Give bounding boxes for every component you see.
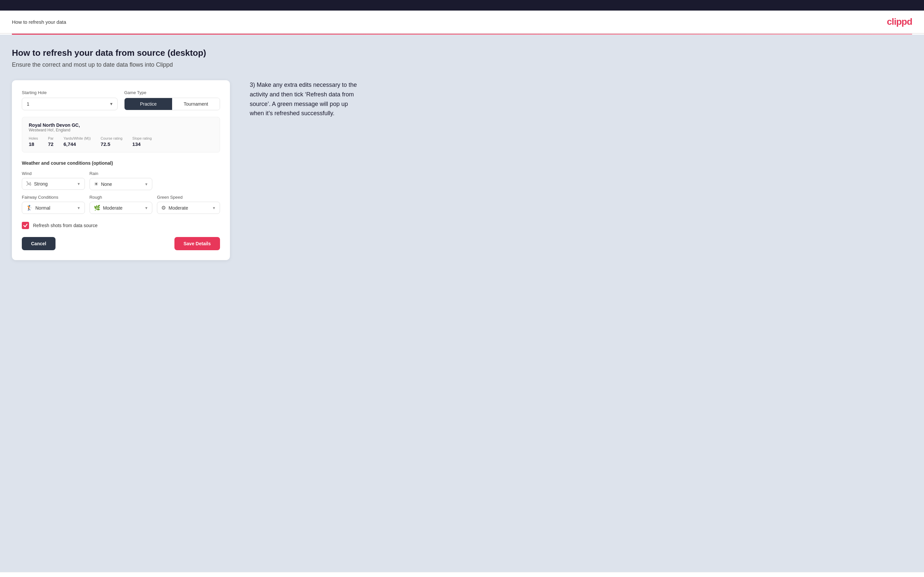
checkmark-icon	[23, 223, 28, 228]
weather-section-title: Weather and course conditions (optional)	[22, 160, 220, 166]
starting-hole-group: Starting Hole 1 ▼	[22, 90, 118, 110]
logo: clippd	[887, 16, 912, 27]
rain-group: Rain ☀ None ▼	[89, 171, 153, 190]
rain-select[interactable]: ☀ None ▼	[89, 178, 153, 190]
rain-arrow-icon: ▼	[144, 182, 148, 186]
footer: Copyright Clippd 2022	[0, 572, 924, 577]
fairway-icon: 🏌	[26, 205, 33, 211]
fairway-value: Normal	[36, 205, 74, 211]
fairway-label: Fairway Conditions	[22, 195, 85, 200]
refresh-checkbox[interactable]	[22, 222, 29, 229]
par-stat: Par 72	[48, 136, 53, 147]
button-row: Cancel Save Details	[22, 237, 220, 250]
fairway-arrow-icon: ▼	[77, 206, 81, 210]
rain-value: None	[101, 182, 142, 187]
slope-rating-value: 134	[132, 141, 152, 147]
yards-value: 6,744	[63, 141, 90, 147]
rain-label: Rain	[89, 171, 153, 176]
par-value: 72	[48, 141, 53, 147]
course-rating-label: Course rating	[101, 136, 123, 140]
course-name: Royal North Devon GC,	[29, 122, 213, 128]
green-speed-select[interactable]: ⚙ Moderate ▼	[157, 202, 220, 214]
starting-hole-label: Starting Hole	[22, 90, 118, 95]
wind-rain-row: Wind 🌬 Strong ▼ Rain ☀ None ▼	[22, 171, 220, 190]
form-row-top: Starting Hole 1 ▼ Game Type Practice Tou…	[22, 90, 220, 110]
save-button[interactable]: Save Details	[174, 237, 220, 250]
holes-stat: Holes 18	[29, 136, 38, 147]
starting-hole-select[interactable]: 1	[22, 98, 117, 110]
yards-stat: Yards/White (M)) 6,744	[63, 136, 90, 147]
refresh-checkbox-label: Refresh shots from data source	[33, 223, 97, 228]
green-speed-arrow-icon: ▼	[212, 206, 216, 210]
practice-button[interactable]: Practice	[124, 98, 172, 110]
header-title: How to refresh your data	[12, 19, 66, 25]
content-row: Starting Hole 1 ▼ Game Type Practice Tou…	[12, 80, 912, 260]
starting-hole-select-wrapper[interactable]: 1 ▼	[22, 98, 118, 110]
rough-select[interactable]: 🌿 Moderate ▼	[89, 202, 153, 214]
par-label: Par	[48, 136, 53, 140]
rough-group: Rough 🌿 Moderate ▼	[89, 195, 153, 214]
page-heading: How to refresh your data from source (de…	[12, 48, 912, 58]
course-rating-value: 72.5	[101, 141, 123, 147]
main-content: How to refresh your data from source (de…	[0, 35, 924, 572]
game-type-group: Game Type Practice Tournament	[124, 90, 220, 110]
header: How to refresh your data clippd	[0, 11, 924, 34]
page-subheading: Ensure the correct and most up to date d…	[12, 61, 912, 68]
fairway-rough-green-row: Fairway Conditions 🏌 Normal ▼ Rough 🌿 Mo…	[22, 195, 220, 214]
course-stats: Holes 18 Par 72 Yards/White (M)) 6,744 C…	[29, 136, 213, 147]
wind-select[interactable]: 🌬 Strong ▼	[22, 178, 85, 190]
wind-arrow-icon: ▼	[77, 182, 81, 186]
wind-label: Wind	[22, 171, 85, 176]
course-info-box: Royal North Devon GC, Westward Ho!, Engl…	[22, 117, 220, 153]
green-speed-group: Green Speed ⚙ Moderate ▼	[157, 195, 220, 214]
refresh-checkbox-row: Refresh shots from data source	[22, 222, 220, 229]
slope-rating-label: Slope rating	[132, 136, 152, 140]
game-type-label: Game Type	[124, 90, 220, 95]
game-type-toggle: Practice Tournament	[124, 98, 220, 110]
yards-label: Yards/White (M))	[63, 136, 90, 140]
holes-value: 18	[29, 141, 38, 147]
rain-icon: ☀	[94, 181, 99, 187]
top-bar	[0, 0, 924, 11]
rough-label: Rough	[89, 195, 153, 200]
slope-rating-stat: Slope rating 134	[132, 136, 152, 147]
fairway-select[interactable]: 🏌 Normal ▼	[22, 202, 85, 214]
form-card: Starting Hole 1 ▼ Game Type Practice Tou…	[12, 80, 230, 260]
conditions-grid: Wind 🌬 Strong ▼ Rain ☀ None ▼	[22, 171, 220, 214]
cancel-button[interactable]: Cancel	[22, 237, 55, 250]
wind-value: Strong	[34, 181, 74, 187]
rough-icon: 🌿	[94, 205, 100, 211]
fairway-group: Fairway Conditions 🏌 Normal ▼	[22, 195, 85, 214]
course-location: Westward Ho!, England	[29, 128, 213, 132]
course-rating-stat: Course rating 72.5	[101, 136, 123, 147]
side-note: 3) Make any extra edits necessary to the…	[250, 80, 362, 118]
rough-arrow-icon: ▼	[144, 206, 148, 210]
green-speed-label: Green Speed	[157, 195, 220, 200]
rough-value: Moderate	[103, 205, 142, 211]
green-speed-icon: ⚙	[161, 205, 166, 211]
holes-label: Holes	[29, 136, 38, 140]
wind-group: Wind 🌬 Strong ▼	[22, 171, 85, 190]
tournament-button[interactable]: Tournament	[172, 98, 220, 110]
green-speed-value: Moderate	[168, 205, 210, 211]
wind-icon: 🌬	[26, 181, 31, 187]
